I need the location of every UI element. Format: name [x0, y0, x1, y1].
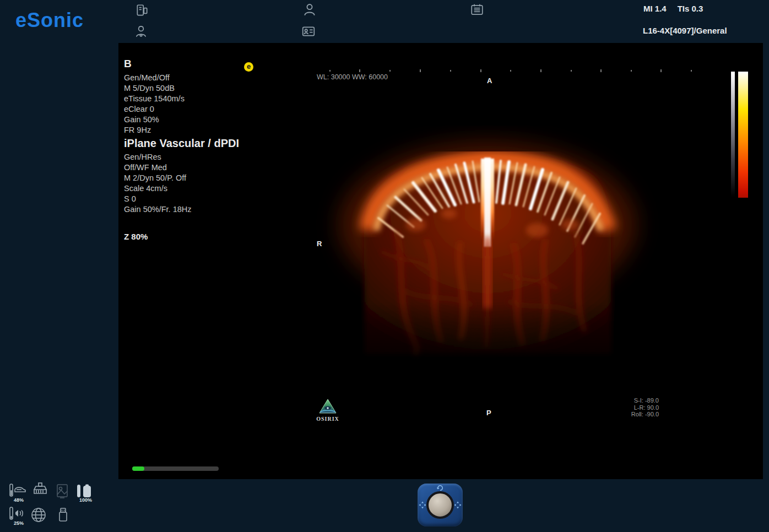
move-left-icon[interactable] [419, 501, 426, 509]
zoom-readout: Z 80% [124, 232, 148, 241]
probe-orientation-marker: e [244, 62, 253, 72]
probe-preset-label: L16-4X[4097]/General [643, 26, 727, 35]
volume-icon[interactable] [9, 507, 28, 522]
volume-level: 25% [14, 520, 24, 526]
osirix-label: OSIRIX [316, 416, 339, 422]
rotation-roll: Roll: -90.0 [631, 411, 659, 418]
b-param-line: M 5/Dyn 50dB [124, 83, 185, 94]
orientation-marker-posterior: P [486, 409, 491, 417]
vascular-param-line: Off/WF Med [124, 162, 239, 173]
grayscale-bar [731, 72, 735, 197]
vascular-mode-parameters: iPlane Vascular / dPDI Gen/HRes Off/WF M… [124, 137, 239, 215]
orientation-marker-right: R [317, 240, 322, 248]
mi-value: MI 1.4 [643, 4, 667, 13]
doctor-icon[interactable] [134, 24, 148, 39]
vascular-mode-title: iPlane Vascular / dPDI [124, 137, 239, 150]
b-param-line: eTissue 1540m/s [124, 94, 185, 104]
b-param-line: Gen/Med/Off [124, 73, 185, 83]
vascular-param-line: M 2/Dyn 50/P. Off [124, 173, 239, 183]
osirix-pyramid-icon [318, 398, 337, 415]
patient-id-card-icon[interactable] [301, 24, 316, 39]
b-param-line: FR 9Hz [124, 125, 185, 135]
rotate-icon[interactable] [436, 484, 444, 492]
vascular-param-line: Gain 50%/Fr. 18Hz [124, 204, 239, 215]
cine-progress-bar [132, 466, 219, 471]
window-level-readout: WL: 30000 WW: 60000 [317, 73, 388, 81]
b-mode-title: B [124, 58, 185, 70]
rotation-lr: L-R: 90.0 [631, 404, 659, 411]
gel-warmer-level: 48% [14, 497, 24, 503]
ultrasound-image-area[interactable]: B Gen/Med/Off M 5/Dyn 50dB eTissue 1540m… [118, 43, 763, 479]
patient-icon[interactable] [302, 3, 317, 17]
worklist-icon[interactable] [470, 3, 484, 17]
rotation-si: S-I: -89.0 [631, 397, 659, 404]
clean-brush-icon[interactable] [31, 482, 49, 499]
ultrasound-screen: eSonic [0, 0, 769, 532]
usb-icon[interactable] [56, 507, 69, 523]
esonic-logo: eSonic [15, 9, 84, 32]
battery-icon[interactable] [76, 484, 94, 499]
vascular-param-line: Gen/HRes [124, 152, 239, 162]
b-mode-parameters: B Gen/Med/Off M 5/Dyn 50dB eTissue 1540m… [124, 58, 185, 135]
print-image-icon[interactable] [55, 484, 69, 499]
osirix-watermark: OSIRIX [316, 398, 339, 422]
trackball-control[interactable] [418, 484, 463, 526]
depth-ruler-ticks [329, 69, 692, 72]
move-right-icon[interactable] [454, 501, 462, 509]
doppler-volume-render [118, 43, 763, 479]
gel-warmer-icon[interactable] [9, 484, 28, 499]
network-globe-icon[interactable] [30, 507, 47, 523]
vascular-param-line: Scale 4cm/s [124, 183, 239, 194]
battery-level: 100% [79, 497, 92, 503]
trackball-ball[interactable] [426, 491, 454, 519]
b-param-line: Gain 50% [124, 115, 185, 125]
acoustic-output-readout: MI 1.4TIs 0.3 [643, 4, 714, 13]
cine-progress-fill [132, 466, 144, 471]
b-param-line: eClear 0 [124, 104, 185, 115]
doppler-color-bar [738, 72, 748, 198]
exam-report-icon[interactable] [135, 3, 149, 18]
orientation-marker-anterior: A [487, 77, 492, 85]
rotation-readout: S-I: -89.0 L-R: 90.0 Roll: -90.0 [631, 397, 659, 418]
tis-value: TIs 0.3 [678, 4, 703, 13]
vascular-param-line: S 0 [124, 194, 239, 204]
